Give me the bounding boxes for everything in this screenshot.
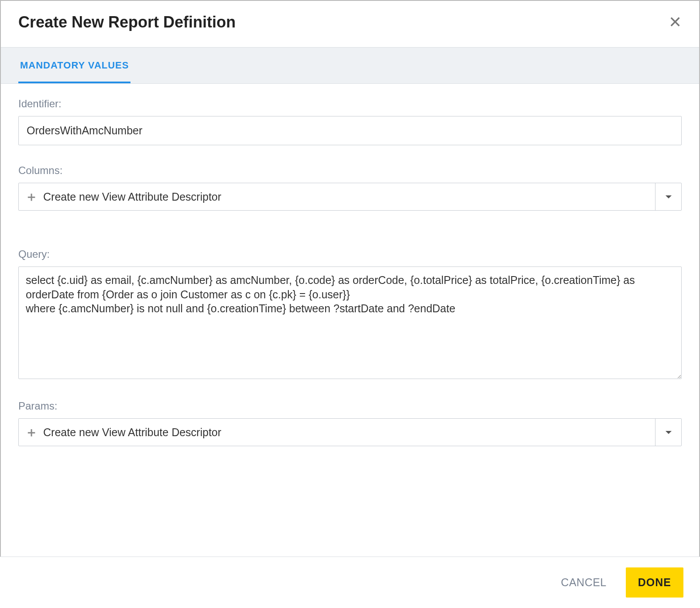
params-create-button[interactable]: ＋ Create new View Attribute Descriptor [19,419,655,446]
tab-bar: MANDATORY VALUES [1,47,699,84]
params-label: Params: [18,400,682,412]
columns-label: Columns: [18,164,682,177]
columns-action-text: Create new View Attribute Descriptor [43,191,221,203]
params-combo: ＋ Create new View Attribute Descriptor [18,418,682,446]
dialog-header: Create New Report Definition ✕ [1,1,699,47]
close-icon[interactable]: ✕ [669,14,682,30]
query-label: Query: [18,248,682,260]
query-textarea[interactable] [18,266,682,379]
plus-icon: ＋ [25,190,38,203]
identifier-input[interactable] [18,116,682,145]
dialog-footer: CANCEL DONE [0,557,700,608]
cancel-button[interactable]: CANCEL [555,568,612,597]
done-button[interactable]: DONE [626,567,683,598]
chevron-down-icon [666,195,672,198]
plus-icon: ＋ [25,426,38,439]
params-action-text: Create new View Attribute Descriptor [43,426,221,439]
params-dropdown-toggle[interactable] [655,419,681,446]
columns-combo: ＋ Create new View Attribute Descriptor [18,183,682,211]
chevron-down-icon [666,431,672,434]
form-area: Identifier: Columns: ＋ Create new View A… [1,84,699,464]
columns-create-button[interactable]: ＋ Create new View Attribute Descriptor [19,183,655,210]
dialog-title: Create New Report Definition [18,13,236,31]
tab-mandatory-values[interactable]: MANDATORY VALUES [18,48,130,83]
identifier-label: Identifier: [18,98,682,110]
columns-dropdown-toggle[interactable] [655,183,681,210]
